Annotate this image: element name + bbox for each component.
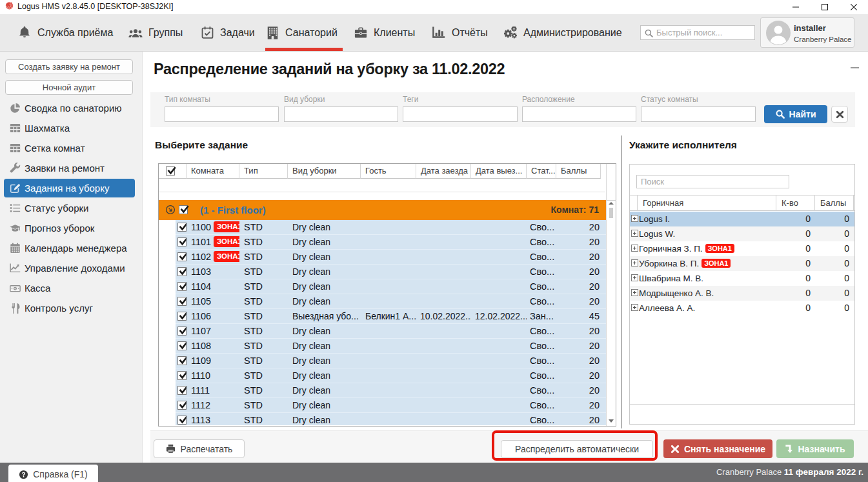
column-header-type[interactable]: Тип <box>239 164 288 179</box>
column-header-points[interactable]: Баллы <box>556 164 601 179</box>
collapse-group-icon[interactable] <box>165 205 176 215</box>
row-checkbox[interactable] <box>177 356 187 365</box>
column-header-select-all[interactable] <box>159 164 187 179</box>
group-checkbox[interactable] <box>179 205 188 214</box>
expand-row-icon[interactable] <box>631 215 638 222</box>
scroll-thumb[interactable] <box>609 208 613 218</box>
task-row[interactable]: 1111 STD Dry clean Сво... 20 <box>176 383 606 398</box>
expand-row-icon[interactable] <box>631 245 638 252</box>
nav-tab-administration[interactable]: Администрирование <box>503 14 622 51</box>
find-button[interactable]: Найти <box>764 105 827 123</box>
filter-input[interactable] <box>165 106 279 122</box>
expand-row-icon[interactable] <box>631 259 638 266</box>
sidebar-item-chessboard[interactable]: Шахматка <box>4 119 135 137</box>
collapse-filters-icon[interactable] <box>851 67 859 68</box>
task-row[interactable]: 1110 STD Dry clean Сво... 20 <box>176 368 606 383</box>
task-row[interactable]: 1108 STD Dry clean Сво... 20 <box>176 339 606 354</box>
row-checkbox[interactable] <box>177 252 187 261</box>
quick-search-input[interactable] <box>653 28 770 37</box>
row-checkbox[interactable] <box>177 371 187 380</box>
maid-row[interactable]: Аллеева А. А. 0 0 <box>630 301 854 316</box>
column-header-maid[interactable]: Горничная <box>637 196 776 211</box>
assign-button[interactable]: Назначить <box>776 439 854 458</box>
column-header-cleaning-kind[interactable]: Вид уборки <box>288 164 361 179</box>
sidebar-item-manager-calendar[interactable]: Календарь менеджера <box>4 239 135 257</box>
sidebar-item-revenue-management[interactable]: Управление доходами <box>4 259 135 277</box>
column-header-guest[interactable]: Гость <box>361 164 416 179</box>
column-header-points[interactable]: Баллы <box>814 196 854 211</box>
row-checkbox[interactable] <box>177 312 187 321</box>
create-repair-request-button[interactable]: Создать заявку на ремонт <box>5 59 133 74</box>
auto-assign-button[interactable]: Распределить автоматически <box>501 440 653 458</box>
clear-filters-button[interactable] <box>831 106 848 123</box>
row-checkbox[interactable] <box>177 237 187 246</box>
row-checkbox[interactable] <box>177 297 187 306</box>
sidebar-item-room-grid[interactable]: Сетка комнат <box>4 139 135 157</box>
filter-input[interactable] <box>403 106 518 122</box>
sidebar-item-cleaning-tasks[interactable]: Задания на уборку <box>4 179 135 197</box>
grid-filter-row[interactable] <box>159 179 605 192</box>
close-button[interactable] <box>843 0 865 14</box>
task-row[interactable]: 1103 STD Dry clean Сво... 20 <box>176 265 606 279</box>
row-checkbox[interactable] <box>177 386 187 395</box>
night-audit-button[interactable]: Ночной аудит <box>5 80 133 95</box>
unassign-button[interactable]: Снять назначение <box>663 439 772 458</box>
row-checkbox[interactable] <box>177 341 187 350</box>
grid-scrollbar[interactable] <box>606 164 616 426</box>
maximize-button[interactable] <box>814 0 836 14</box>
expand-row-icon[interactable] <box>631 289 638 296</box>
row-checkbox[interactable] <box>177 282 187 291</box>
column-header-count[interactable]: К-во <box>776 196 814 211</box>
sidebar-item-cleaning-status[interactable]: Статус уборки <box>4 199 135 217</box>
task-row[interactable]: 1112 STD Dry clean Сво... 20 <box>176 398 606 413</box>
print-button[interactable]: Распечатать <box>154 439 245 458</box>
column-header-arrival-date[interactable]: Дата заезда <box>416 164 471 179</box>
task-row[interactable]: 1100ЗОНА1 STD Dry clean Сво... 20 <box>176 220 606 235</box>
select-all-checkbox[interactable] <box>166 166 175 176</box>
maid-row[interactable]: Logus W. 0 0 <box>630 226 854 241</box>
scroll-down-icon[interactable] <box>609 419 614 423</box>
expand-row-icon[interactable] <box>631 304 638 311</box>
user-panel[interactable]: installer Cranberry Palace <box>760 17 854 48</box>
sidebar-item-repair-requests[interactable]: Заявки на ремонт <box>4 159 135 177</box>
task-row[interactable]: 1109 STD Dry clean Сво... 20 <box>176 354 606 368</box>
nav-tab-sanatorium[interactable]: Санаторий <box>265 14 338 51</box>
row-checkbox[interactable] <box>177 223 187 232</box>
nav-tab-tasks[interactable]: Задачи <box>200 14 255 51</box>
maid-row[interactable]: Модрыщенко А. В. 0 0 <box>630 286 854 301</box>
task-row[interactable]: 1102ЗОНА1 STD Dry clean Сво... 20 <box>176 250 606 265</box>
scroll-up-icon[interactable] <box>609 202 614 205</box>
column-header-status[interactable]: Стат... <box>527 164 556 179</box>
task-row[interactable]: 1113 STD Dry clean Сво... 20 <box>176 413 606 425</box>
assignee-search-input[interactable] <box>637 176 789 188</box>
expand-row-icon[interactable] <box>631 274 638 281</box>
row-checkbox[interactable] <box>177 267 187 276</box>
maid-row[interactable]: Logus I. 0 0 <box>630 212 854 226</box>
task-row[interactable]: 1107 STD Dry clean Сво... 20 <box>176 324 606 339</box>
minimize-button[interactable] <box>785 0 807 14</box>
sidebar-item-service-control[interactable]: Контроль услуг <box>4 299 135 317</box>
row-checkbox[interactable] <box>177 326 187 336</box>
task-row[interactable]: 1105 STD Dry clean Сво... 20 <box>176 294 606 309</box>
maid-row[interactable]: Швабрина М. В. 0 0 <box>630 271 854 286</box>
filter-input[interactable] <box>284 106 398 122</box>
row-checkbox[interactable] <box>177 416 187 425</box>
row-checkbox[interactable] <box>177 401 187 410</box>
column-header-room[interactable]: Комната <box>187 164 239 179</box>
sidebar-item-cash-desk[interactable]: Касса <box>4 279 135 297</box>
expand-row-icon[interactable] <box>631 230 638 237</box>
nav-tab-reception[interactable]: Служба приёма <box>17 14 113 51</box>
sidebar-item-sanatorium-summary[interactable]: Сводка по санаторию <box>4 99 135 117</box>
filter-input[interactable] <box>641 106 756 122</box>
nav-tab-clients[interactable]: Клиенты <box>354 14 415 51</box>
maid-row[interactable]: Уборкина В. П.ЗОНА1 0 0 <box>630 256 854 271</box>
task-row[interactable]: 1101ЗОНА1 STD Dry clean Сво... 20 <box>176 235 606 250</box>
column-header-departure-date[interactable]: Дата выез... <box>471 164 527 179</box>
sidebar-item-cleaning-forecast[interactable]: Прогноз уборок <box>4 219 135 237</box>
nav-tab-groups[interactable]: Группы <box>128 14 183 51</box>
task-row[interactable]: 1106 STD Выездная убо... Белкин1 А... 10… <box>176 309 606 324</box>
pane-divider[interactable] <box>621 136 622 428</box>
group-row[interactable]: (1 - First floor) Комнат: 71 <box>159 200 606 220</box>
nav-tab-reports[interactable]: Отчёты <box>432 14 488 51</box>
filter-input[interactable] <box>522 106 636 122</box>
